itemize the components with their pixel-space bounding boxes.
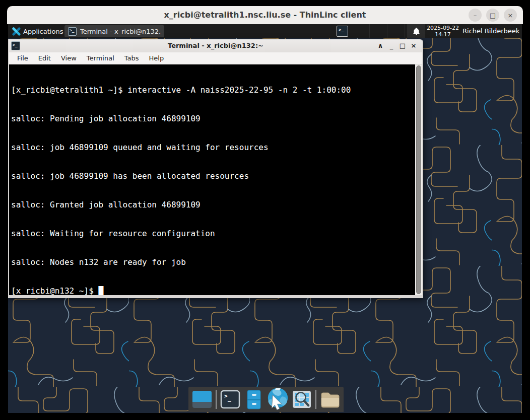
thinlinc-window-controls: – □ × [469, 9, 517, 22]
clock-date: 2025-09-22 [426, 25, 459, 31]
terminal-window: >_ Terminal - x_ricbi@n132:~ ∧ _ □ × Fil… [8, 39, 423, 298]
dock-separator [315, 390, 316, 409]
file-cabinet-icon [243, 388, 265, 410]
terminal-window-title: Terminal - x_ricbi@n132:~ [9, 39, 422, 52]
panel-clock[interactable]: 2025-09-22 14:17 [426, 25, 459, 38]
terminal-line: salloc: job 46899109 has been allocated … [11, 171, 415, 181]
terminal-cursor: █ [98, 286, 103, 295]
shade-button[interactable]: ∧ [375, 39, 386, 52]
menu-help[interactable]: Help [144, 54, 169, 62]
minimize-button[interactable]: – [469, 9, 482, 22]
remote-desktop: Applications ≡ >_ Terminal - x_ricbi@n13… [8, 24, 522, 413]
systray-terminal-icon[interactable]: >_ [337, 26, 348, 37]
terminal-scrollbar[interactable] [415, 64, 422, 295]
menu-terminal[interactable]: Terminal [82, 54, 119, 62]
dock-separator [216, 390, 217, 409]
close-button[interactable]: × [408, 39, 419, 52]
thinlinc-titlebar[interactable]: x_ricbi@tetralith1.nsc.liu.se - ThinLinc… [7, 6, 523, 24]
taskbar-item-label: Terminal - x_ricbi@n132... [80, 28, 161, 35]
clock-time: 14:17 [426, 31, 459, 38]
bell-icon [413, 27, 420, 35]
user-name-label: Richel Bilderbeek [462, 24, 519, 38]
applications-menu-button[interactable]: Applications ≡ [10, 24, 73, 38]
menu-edit[interactable]: Edit [33, 54, 56, 62]
panel-separator [387, 24, 387, 38]
close-button[interactable]: × [504, 9, 517, 22]
terminal-line: salloc: Pending job allocation 46899109 [11, 114, 415, 123]
web-browser-globe-icon [267, 386, 289, 411]
applications-menu-label: Applications [23, 28, 63, 35]
terminal-icon: > _ [219, 388, 241, 410]
terminal-window-controls: ∧ _ □ × [375, 39, 419, 52]
terminal-line: salloc: job 46899109 queued and waiting … [11, 143, 415, 152]
terminal-icon: >_ [68, 27, 77, 36]
terminal-menubar: File Edit View Terminal Tabs Help [9, 52, 422, 64]
app-finder-icon [291, 388, 313, 410]
thinlinc-window-title: x_ricbi@tetralith1.nsc.liu.se - ThinLinc… [7, 6, 523, 24]
terminal-prompt-line: [x_ricbi@n132 ~]$ █ [11, 286, 415, 295]
dock-item-file-manager[interactable] [243, 387, 265, 411]
terminal-titlebar[interactable]: >_ Terminal - x_ricbi@n132:~ ∧ _ □ × [9, 39, 422, 52]
terminal-line: salloc: Granted job allocation 46899109 [11, 200, 415, 209]
scrollbar-thumb[interactable] [416, 65, 421, 294]
panel-separator [405, 24, 405, 38]
terminal-output[interactable]: [x_ricbi@tetralith1 ~]$ interactive -A n… [9, 64, 415, 295]
dock-panel: > _ [188, 387, 344, 412]
taskbar-item-terminal[interactable]: >_ Terminal - x_ricbi@n132... [64, 25, 164, 37]
minimize-button[interactable]: _ [386, 41, 397, 50]
maximize-button[interactable]: □ [397, 39, 408, 52]
notification-plugin[interactable] [407, 24, 425, 38]
panel-separator [369, 24, 370, 38]
svg-text:_: _ [228, 395, 231, 402]
dock-item-folder[interactable] [319, 387, 341, 411]
menu-view[interactable]: View [56, 54, 82, 62]
thinlinc-x-icon [12, 27, 21, 36]
xfce-panel: Applications ≡ >_ Terminal - x_ricbi@n13… [8, 24, 522, 38]
show-desktop-icon [191, 388, 213, 410]
terminal-prompt: [x_ricbi@n132 ~]$ [11, 286, 98, 295]
folder-icon [319, 388, 341, 410]
dock-item-web-browser[interactable] [267, 387, 289, 411]
dock-item-application-finder[interactable] [291, 387, 313, 411]
dock-item-show-desktop[interactable] [191, 387, 213, 411]
maximize-button[interactable]: □ [486, 9, 499, 22]
svg-text:>: > [224, 393, 228, 399]
menu-file[interactable]: File [12, 54, 33, 62]
dock-item-terminal[interactable]: > _ [219, 387, 241, 411]
terminal-line: salloc: Waiting for resource configurati… [11, 229, 415, 238]
menu-tabs[interactable]: Tabs [119, 54, 144, 62]
terminal-line: salloc: Nodes n132 are ready for job [11, 257, 415, 267]
terminal-line: [x_ricbi@tetralith1 ~]$ interactive -A n… [11, 85, 415, 95]
